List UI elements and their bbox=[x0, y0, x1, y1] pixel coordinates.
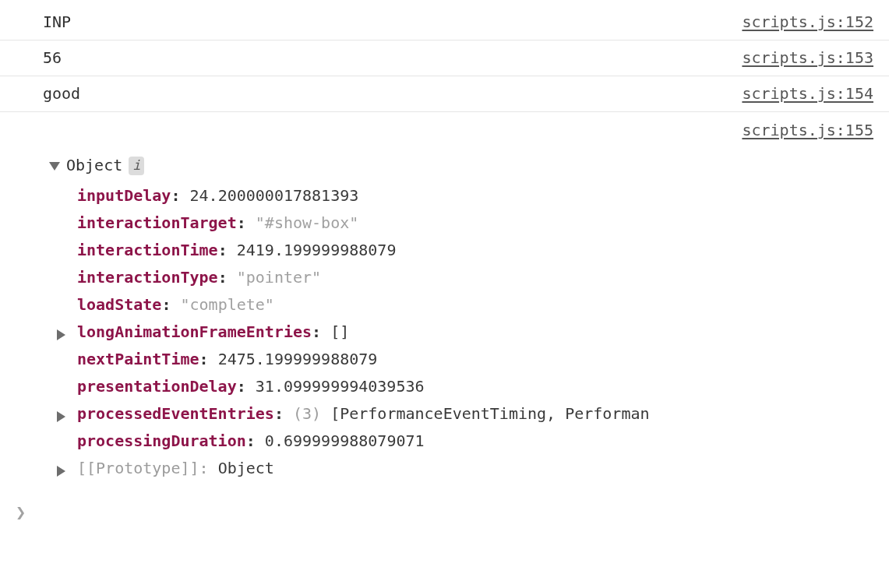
property-key: interactionType bbox=[77, 266, 218, 290]
console-row: INP scripts.js:152 bbox=[0, 5, 889, 40]
property-row[interactable]: processingDuration: 0.699999988079071 bbox=[77, 428, 873, 455]
source-link[interactable]: scripts.js:154 bbox=[742, 82, 873, 106]
property-row[interactable]: [[Prototype]]: Object bbox=[77, 455, 873, 482]
property-value: 2475.199999988079 bbox=[218, 347, 378, 371]
property-row[interactable]: interactionType: "pointer" bbox=[77, 264, 873, 291]
disclosure-triangle-down-icon[interactable] bbox=[49, 162, 60, 171]
property-row[interactable]: longAnimationFrameEntries: [] bbox=[77, 319, 873, 346]
object-properties: inputDelay: 24.200000017881393 interacti… bbox=[77, 182, 873, 482]
property-value: "#show-box" bbox=[256, 211, 358, 235]
info-icon[interactable]: i bbox=[129, 157, 144, 175]
array-length: (3) bbox=[293, 402, 321, 426]
source-link[interactable]: scripts.js:153 bbox=[742, 46, 873, 70]
property-row[interactable]: loadState: "complete" bbox=[77, 291, 873, 319]
source-link[interactable]: scripts.js:155 bbox=[742, 118, 873, 143]
property-key-prototype: [[Prototype]] bbox=[77, 456, 199, 481]
property-value: 2419.199999988079 bbox=[237, 238, 397, 262]
property-value: "complete" bbox=[180, 293, 273, 317]
property-value: 0.699999988079071 bbox=[265, 429, 425, 453]
property-row[interactable]: interactionTarget: "#show-box" bbox=[77, 209, 873, 237]
property-key: nextPaintTime bbox=[77, 347, 199, 371]
property-value: [PerformanceEventTiming, Performan bbox=[321, 402, 649, 426]
disclosure-triangle-right-icon[interactable] bbox=[57, 329, 65, 340]
property-value: Object bbox=[218, 456, 274, 481]
console-message: 56 bbox=[43, 46, 62, 70]
disclosure-triangle-right-icon[interactable] bbox=[57, 466, 65, 477]
console-message: INP bbox=[43, 10, 71, 34]
property-key: interactionTarget bbox=[77, 211, 237, 235]
console: INP scripts.js:152 56 scripts.js:153 goo… bbox=[0, 0, 889, 533]
property-row[interactable]: nextPaintTime: 2475.199999988079 bbox=[77, 346, 873, 373]
property-row[interactable]: interactionTime: 2419.199999988079 bbox=[77, 237, 873, 264]
property-value: 24.200000017881393 bbox=[190, 184, 359, 208]
console-row: 56 scripts.js:153 bbox=[0, 40, 889, 76]
disclosure-triangle-right-icon[interactable] bbox=[57, 411, 65, 422]
object-block: Object i inputDelay: 24.200000017881393 … bbox=[0, 143, 889, 491]
console-row: good scripts.js:154 bbox=[0, 76, 889, 112]
property-row[interactable]: inputDelay: 24.200000017881393 bbox=[77, 182, 873, 209]
property-row[interactable]: presentationDelay: 31.099999994039536 bbox=[77, 373, 873, 400]
source-link[interactable]: scripts.js:152 bbox=[742, 10, 873, 34]
prompt-glyph: ❯ bbox=[16, 502, 26, 522]
property-key: processingDuration bbox=[77, 429, 246, 453]
console-message: good bbox=[43, 82, 80, 106]
property-key: inputDelay bbox=[77, 184, 171, 208]
property-value: 31.099999994039536 bbox=[256, 375, 425, 399]
console-row: scripts.js:155 bbox=[0, 112, 889, 143]
property-value: [] bbox=[330, 320, 349, 344]
property-key: presentationDelay bbox=[77, 375, 237, 399]
property-key: processedEventEntries bbox=[77, 402, 274, 426]
property-key: interactionTime bbox=[77, 238, 218, 262]
property-row[interactable]: processedEventEntries: (3) [PerformanceE… bbox=[77, 400, 873, 428]
console-prompt[interactable]: ❯ bbox=[0, 491, 889, 533]
object-type-label: Object bbox=[66, 153, 122, 178]
property-key: loadState bbox=[77, 293, 161, 317]
property-value: "pointer" bbox=[237, 266, 321, 290]
property-key: longAnimationFrameEntries bbox=[77, 320, 312, 344]
